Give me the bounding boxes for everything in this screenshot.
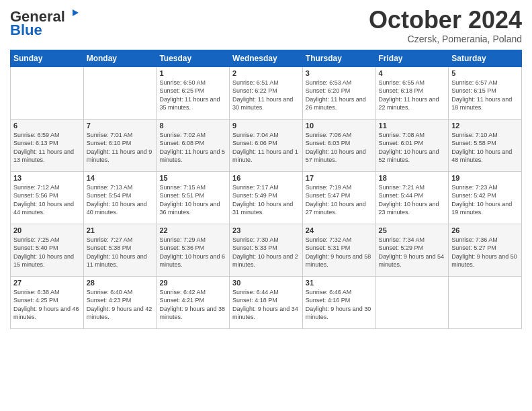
calendar-cell: 13Sunrise: 7:12 AMSunset: 5:56 PMDayligh… (11, 171, 84, 224)
day-number: 6 (13, 122, 81, 130)
day-info: Sunrise: 7:12 AMSunset: 5:56 PMDaylight:… (13, 183, 81, 217)
calendar-cell: 7Sunrise: 7:01 AMSunset: 6:10 PMDaylight… (83, 119, 157, 171)
day-info: Sunrise: 6:40 AMSunset: 4:23 PMDaylight:… (87, 288, 154, 322)
svg-marker-0 (73, 9, 79, 16)
calendar-cell: 28Sunrise: 6:40 AMSunset: 4:23 PMDayligh… (83, 276, 157, 328)
day-info: Sunrise: 7:32 AMSunset: 5:31 PMDaylight:… (306, 236, 373, 269)
calendar-cell: 24Sunrise: 7:32 AMSunset: 5:31 PMDayligh… (302, 224, 375, 276)
day-number: 31 (306, 279, 373, 287)
month-title: October 2024 (369, 7, 522, 34)
calendar-cell: 29Sunrise: 6:42 AMSunset: 4:21 PMDayligh… (157, 276, 230, 328)
day-info: Sunrise: 7:19 AMSunset: 5:47 PMDaylight:… (306, 183, 373, 217)
calendar-cell: 31Sunrise: 6:46 AMSunset: 4:16 PMDayligh… (302, 276, 375, 328)
day-info: Sunrise: 6:55 AMSunset: 6:18 PMDaylight:… (379, 79, 446, 112)
day-number: 29 (159, 279, 226, 287)
col-wednesday: Wednesday (230, 50, 303, 66)
calendar-cell: 25Sunrise: 7:34 AMSunset: 5:29 PMDayligh… (375, 224, 449, 276)
calendar-cell (83, 66, 157, 119)
calendar-cell: 20Sunrise: 7:25 AMSunset: 5:40 PMDayligh… (11, 224, 84, 276)
day-info: Sunrise: 6:59 AMSunset: 6:13 PMDaylight:… (13, 131, 81, 165)
day-number: 4 (379, 69, 446, 77)
calendar-week-row: 6Sunrise: 6:59 AMSunset: 6:13 PMDaylight… (11, 119, 522, 171)
day-info: Sunrise: 6:50 AMSunset: 6:25 PMDaylight:… (159, 79, 226, 112)
day-info: Sunrise: 7:01 AMSunset: 6:10 PMDaylight:… (87, 131, 154, 165)
calendar-cell: 10Sunrise: 7:06 AMSunset: 6:03 PMDayligh… (302, 119, 375, 171)
calendar-cell: 1Sunrise: 6:50 AMSunset: 6:25 PMDaylight… (157, 66, 230, 119)
day-number: 21 (87, 226, 154, 234)
calendar-cell: 30Sunrise: 6:44 AMSunset: 4:18 PMDayligh… (230, 276, 303, 328)
day-info: Sunrise: 6:42 AMSunset: 4:21 PMDaylight:… (159, 288, 226, 322)
calendar-cell: 19Sunrise: 7:23 AMSunset: 5:42 PMDayligh… (449, 171, 522, 224)
day-info: Sunrise: 7:04 AMSunset: 6:06 PMDaylight:… (232, 131, 300, 165)
header-row: Sunday Monday Tuesday Wednesday Thursday… (11, 50, 522, 66)
calendar-cell (11, 66, 84, 119)
day-info: Sunrise: 7:08 AMSunset: 6:01 PMDaylight:… (379, 131, 446, 165)
title-block: October 2024 Czersk, Pomerania, Poland (369, 7, 522, 44)
day-number: 11 (379, 122, 446, 130)
calendar-week-row: 1Sunrise: 6:50 AMSunset: 6:25 PMDaylight… (11, 66, 522, 119)
day-number: 7 (87, 122, 154, 130)
day-number: 23 (232, 226, 300, 234)
day-info: Sunrise: 6:57 AMSunset: 6:15 PMDaylight:… (451, 79, 519, 112)
day-info: Sunrise: 7:34 AMSunset: 5:29 PMDaylight:… (379, 236, 446, 269)
day-info: Sunrise: 6:51 AMSunset: 6:22 PMDaylight:… (232, 79, 300, 112)
calendar-cell (375, 276, 449, 328)
day-info: Sunrise: 7:36 AMSunset: 5:27 PMDaylight:… (451, 236, 519, 269)
day-number: 1 (159, 69, 226, 77)
calendar-cell: 4Sunrise: 6:55 AMSunset: 6:18 PMDaylight… (375, 66, 449, 119)
day-number: 17 (306, 174, 373, 182)
day-number: 3 (306, 69, 373, 77)
col-friday: Friday (375, 50, 449, 66)
calendar-cell: 17Sunrise: 7:19 AMSunset: 5:47 PMDayligh… (302, 171, 375, 224)
calendar-cell: 16Sunrise: 7:17 AMSunset: 5:49 PMDayligh… (230, 171, 303, 224)
day-number: 8 (159, 122, 226, 130)
calendar-week-row: 27Sunrise: 6:38 AMSunset: 4:25 PMDayligh… (11, 276, 522, 328)
day-number: 25 (379, 226, 446, 234)
logo-text: General Blue (10, 9, 79, 38)
day-number: 22 (159, 226, 226, 234)
day-info: Sunrise: 7:10 AMSunset: 5:58 PMDaylight:… (451, 131, 519, 165)
day-info: Sunrise: 7:30 AMSunset: 5:33 PMDaylight:… (232, 236, 300, 269)
day-info: Sunrise: 6:44 AMSunset: 4:18 PMDaylight:… (232, 288, 300, 322)
day-info: Sunrise: 6:46 AMSunset: 4:16 PMDaylight:… (306, 288, 373, 322)
calendar-week-row: 20Sunrise: 7:25 AMSunset: 5:40 PMDayligh… (11, 224, 522, 276)
day-number: 14 (87, 174, 154, 182)
day-number: 16 (232, 174, 300, 182)
day-number: 5 (451, 69, 519, 77)
calendar-cell (449, 276, 522, 328)
calendar-cell: 2Sunrise: 6:51 AMSunset: 6:22 PMDaylight… (230, 66, 303, 119)
calendar-cell: 3Sunrise: 6:53 AMSunset: 6:20 PMDaylight… (302, 66, 375, 119)
calendar-cell: 18Sunrise: 7:21 AMSunset: 5:44 PMDayligh… (375, 171, 449, 224)
day-number: 15 (159, 174, 226, 182)
day-info: Sunrise: 7:23 AMSunset: 5:42 PMDaylight:… (451, 183, 519, 217)
calendar-cell: 14Sunrise: 7:13 AMSunset: 5:54 PMDayligh… (83, 171, 157, 224)
calendar-header: Sunday Monday Tuesday Wednesday Thursday… (11, 50, 522, 66)
calendar-cell: 15Sunrise: 7:15 AMSunset: 5:51 PMDayligh… (157, 171, 230, 224)
day-number: 9 (232, 122, 300, 130)
day-number: 12 (451, 122, 519, 130)
calendar-body: 1Sunrise: 6:50 AMSunset: 6:25 PMDaylight… (11, 66, 522, 328)
header: General Blue October 2024 Czersk, Pomera… (10, 7, 522, 44)
day-info: Sunrise: 7:21 AMSunset: 5:44 PMDaylight:… (379, 183, 446, 217)
col-sunday: Sunday (11, 50, 84, 66)
calendar-page: General Blue October 2024 Czersk, Pomera… (0, 0, 532, 411)
col-saturday: Saturday (449, 50, 522, 66)
calendar-cell: 8Sunrise: 7:02 AMSunset: 6:08 PMDaylight… (157, 119, 230, 171)
calendar-cell: 12Sunrise: 7:10 AMSunset: 5:58 PMDayligh… (449, 119, 522, 171)
day-info: Sunrise: 7:15 AMSunset: 5:51 PMDaylight:… (159, 183, 226, 217)
day-info: Sunrise: 6:53 AMSunset: 6:20 PMDaylight:… (306, 79, 373, 112)
day-info: Sunrise: 7:02 AMSunset: 6:08 PMDaylight:… (159, 131, 226, 165)
calendar-cell: 6Sunrise: 6:59 AMSunset: 6:13 PMDaylight… (11, 119, 84, 171)
day-number: 27 (13, 279, 81, 287)
col-monday: Monday (83, 50, 157, 66)
day-info: Sunrise: 6:38 AMSunset: 4:25 PMDaylight:… (13, 288, 81, 322)
day-info: Sunrise: 7:29 AMSunset: 5:36 PMDaylight:… (159, 236, 226, 269)
calendar-table: Sunday Monday Tuesday Wednesday Thursday… (10, 50, 522, 329)
day-number: 24 (306, 226, 373, 234)
col-thursday: Thursday (302, 50, 375, 66)
location: Czersk, Pomerania, Poland (369, 34, 522, 44)
day-number: 28 (87, 279, 154, 287)
day-info: Sunrise: 7:06 AMSunset: 6:03 PMDaylight:… (306, 131, 373, 165)
calendar-cell: 23Sunrise: 7:30 AMSunset: 5:33 PMDayligh… (230, 224, 303, 276)
day-number: 10 (306, 122, 373, 130)
